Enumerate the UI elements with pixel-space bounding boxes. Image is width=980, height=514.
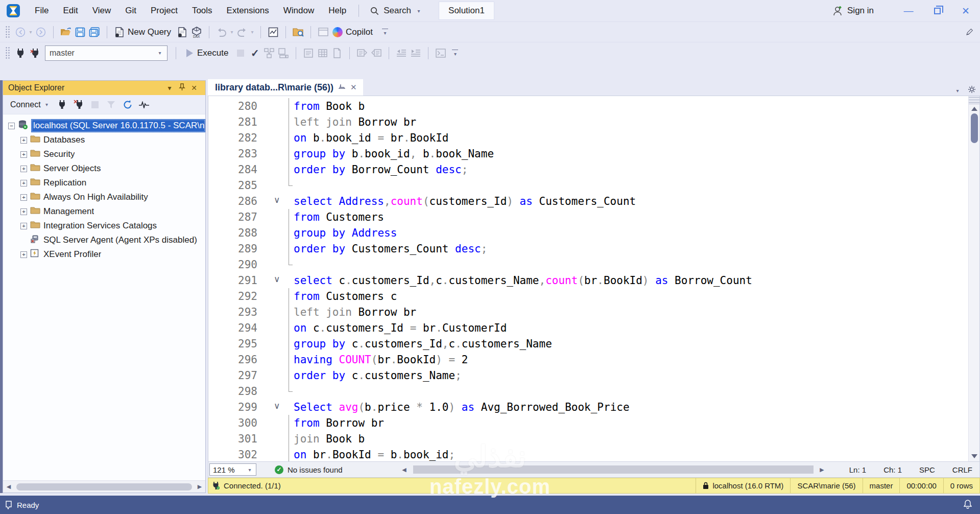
code-line[interactable]: 280from Book b	[208, 98, 968, 114]
comment-selection-icon[interactable]	[355, 46, 369, 60]
dax-query-icon[interactable]: DAX	[189, 25, 204, 39]
database-engine-query-icon[interactable]	[175, 25, 189, 39]
sign-in-button[interactable]: Sign in	[832, 6, 874, 16]
stop-icon[interactable]	[88, 98, 102, 112]
fold-collapse-icon[interactable]: ∨	[274, 195, 280, 205]
window-layout-icon[interactable]	[316, 25, 330, 39]
server-segment[interactable]: localhost (16.0 RTM)	[696, 478, 790, 493]
code-line[interactable]: 285	[208, 177, 968, 193]
sqlcmd-mode-icon[interactable]	[434, 46, 448, 60]
activity-monitor-icon[interactable]	[266, 25, 280, 39]
connect-database-icon[interactable]	[13, 46, 28, 60]
restore-button[interactable]	[923, 0, 951, 21]
close-panel-icon[interactable]: ✕	[188, 84, 200, 92]
menu-item-view[interactable]: View	[85, 1, 118, 20]
activity-pulse-icon[interactable]	[137, 98, 151, 112]
tree-item-always-on-high-availability[interactable]: +Always On High Availability	[3, 190, 205, 204]
expander-icon[interactable]: +	[20, 166, 27, 172]
parse-button[interactable]: ✓	[248, 46, 262, 60]
menu-item-edit[interactable]: Edit	[56, 1, 85, 20]
close-button[interactable]: ✕	[951, 0, 980, 21]
zoom-combobox[interactable]: 121 % ▾	[209, 463, 256, 476]
menu-item-help[interactable]: Help	[321, 1, 353, 20]
code-line[interactable]: 289order by Customers_Count desc;	[208, 241, 968, 256]
tree-item-management[interactable]: +Management	[3, 204, 205, 219]
code-line[interactable]: 298	[208, 383, 968, 399]
solution-selector[interactable]: Solution1	[439, 2, 494, 19]
undo-caret-icon[interactable]: ▾	[229, 29, 235, 35]
expander-icon[interactable]: +	[20, 180, 27, 186]
scroll-right-icon[interactable]: ▶	[817, 466, 828, 473]
save-all-button[interactable]	[87, 25, 102, 39]
save-button[interactable]	[73, 25, 87, 39]
expander-icon[interactable]: −	[8, 123, 15, 129]
splitter-handle[interactable]	[969, 96, 979, 104]
code-line[interactable]: 283group by b.book_id, b.book_Name	[208, 146, 968, 161]
expander-icon[interactable]: +	[20, 251, 27, 258]
issues-indicator[interactable]: ✓ No issues found	[275, 465, 343, 474]
scroll-up-icon[interactable]	[971, 107, 977, 111]
execute-button[interactable]: Execute	[181, 48, 233, 58]
code-line[interactable]: 291∨select c.customers_Id,c.customers_Na…	[208, 272, 968, 288]
code-line[interactable]: 294on c.customers_Id = br.CustomerId	[208, 320, 968, 336]
results-to-grid-icon[interactable]	[316, 46, 330, 60]
available-databases-combobox[interactable]: master ▾	[45, 45, 168, 61]
navigate-back-caret-icon[interactable]: ▾	[28, 29, 34, 35]
code-line[interactable]: 293left join Borrow br	[208, 304, 968, 320]
tree-item-databases[interactable]: +Databases	[3, 133, 205, 147]
tree-item-integration-services-catalogs[interactable]: +Integration Services Catalogs	[3, 219, 205, 233]
expander-icon[interactable]: +	[20, 223, 27, 229]
tree-item-localhost-sql-server-16-0-1170-5-scar-n[interactable]: −localhost (SQL Server 16.0.1170.5 - SCA…	[3, 119, 205, 133]
navigate-forward-button[interactable]	[34, 25, 48, 39]
menu-item-extensions[interactable]: Extensions	[220, 1, 276, 20]
toolbar-grip[interactable]	[5, 26, 10, 39]
scroll-down-icon[interactable]	[971, 454, 977, 458]
pin-icon[interactable]	[176, 83, 188, 92]
refresh-icon[interactable]	[121, 98, 135, 112]
panel-menu-caret-icon[interactable]: ▾	[163, 84, 176, 92]
feedback-pen-icon[interactable]	[966, 25, 980, 39]
redo-button[interactable]	[235, 25, 249, 39]
tree-item-replication[interactable]: +Replication	[3, 176, 205, 190]
menu-item-tools[interactable]: Tools	[185, 1, 220, 20]
code-line[interactable]: 290	[208, 256, 968, 272]
hscroll-thumb[interactable]	[16, 483, 192, 490]
tab-pin-icon[interactable]	[339, 83, 345, 92]
connect-button[interactable]: Connect ▾	[7, 98, 53, 111]
undo-button[interactable]	[214, 25, 229, 39]
filter-icon[interactable]	[104, 98, 118, 112]
object-explorer-header[interactable]: Object Explorer ▾ ✕	[3, 81, 205, 95]
tree-item-server-objects[interactable]: +Server Objects	[3, 161, 205, 176]
toolbar-grip[interactable]	[5, 46, 10, 60]
open-file-button[interactable]	[59, 25, 73, 39]
code-line[interactable]: 300from Borrow br	[208, 415, 968, 431]
navigate-back-button[interactable]	[13, 25, 28, 39]
menu-item-file[interactable]: File	[28, 1, 56, 20]
code-line[interactable]: 299∨Select avg(b.price * 1.0) as Avg_Bor…	[208, 399, 968, 415]
editor-options-gear-icon[interactable]	[968, 85, 976, 96]
disconnect-plug-icon[interactable]	[71, 98, 86, 112]
redo-caret-icon[interactable]: ▾	[249, 29, 255, 35]
code-line[interactable]: 297order by c.customers_Name;	[208, 367, 968, 383]
vscroll-thumb[interactable]	[971, 113, 978, 143]
increase-indent-icon[interactable]	[409, 46, 423, 60]
cancel-query-button[interactable]	[233, 46, 248, 60]
document-tab[interactable]: library datab...R\marie (56)) ✕	[208, 79, 363, 96]
toolbar-overflow-icon[interactable]: ▾	[452, 50, 458, 57]
fold-collapse-icon[interactable]: ∨	[274, 401, 280, 411]
scroll-right-icon[interactable]: ▶	[194, 483, 205, 490]
results-to-text-icon[interactable]	[301, 46, 316, 60]
toolbar-overflow-icon[interactable]: ▾	[382, 29, 388, 36]
code-line[interactable]: 292from Customers c	[208, 288, 968, 304]
editor-hscrollbar[interactable]: ◀ ▶	[399, 465, 828, 474]
code-line[interactable]: 301join Book b	[208, 431, 968, 447]
editor-vscrollbar[interactable]	[968, 96, 979, 461]
hscroll-thumb[interactable]	[413, 465, 814, 474]
menu-item-git[interactable]: Git	[118, 1, 144, 20]
code-editor[interactable]: 280from Book b281left join Borrow br282o…	[208, 96, 980, 461]
new-query-button[interactable]: New Query	[128, 27, 171, 37]
code-line[interactable]: 284order by Borrow_Count desc;	[208, 161, 968, 177]
expander-icon[interactable]: +	[20, 194, 27, 201]
space-mode-indicator[interactable]: SPC	[919, 465, 935, 474]
object-explorer-search-icon[interactable]	[291, 25, 305, 39]
